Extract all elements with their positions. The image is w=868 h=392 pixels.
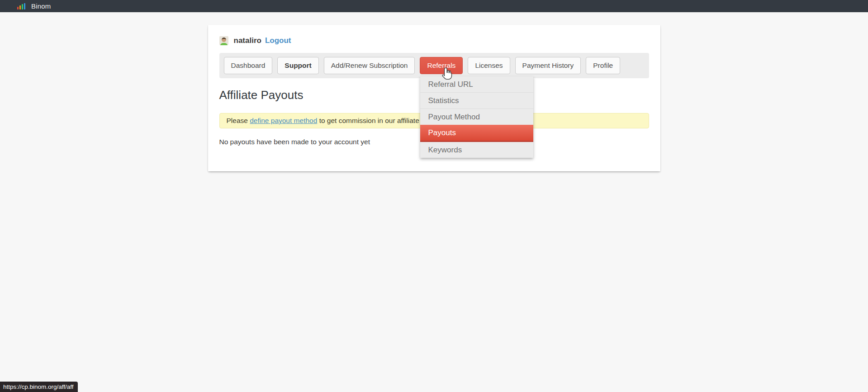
logout-link[interactable]: Logout bbox=[265, 36, 291, 45]
status-url-tooltip: https://cp.binom.org/aff/aff bbox=[0, 382, 78, 392]
bar-chart-icon bbox=[17, 3, 25, 9]
avatar-body bbox=[220, 43, 228, 45]
tab-payment-history[interactable]: Payment History bbox=[515, 57, 581, 74]
avatar-head bbox=[222, 38, 226, 42]
tab-add-renew-subscription[interactable]: Add/Renew Subscription bbox=[324, 57, 415, 74]
menu-item-statistics[interactable]: Statistics bbox=[420, 92, 533, 109]
menu-item-payout-method[interactable]: Payout Method bbox=[420, 109, 533, 125]
tab-profile[interactable]: Profile bbox=[586, 57, 620, 74]
tab-support[interactable]: Support bbox=[277, 57, 318, 74]
tab-licenses[interactable]: Licenses bbox=[468, 57, 510, 74]
logo-bar-green bbox=[22, 4, 23, 9]
logo-bar-orange bbox=[19, 5, 21, 9]
username: nataliro bbox=[234, 36, 261, 45]
brand-title: Binom bbox=[31, 2, 51, 10]
tab-referrals[interactable]: Referrals Referral URL Statistics Payout… bbox=[420, 57, 463, 74]
menu-item-payouts[interactable]: Payouts bbox=[420, 125, 533, 142]
nav-tabs-bar: Dashboard Support Add/Renew Subscription… bbox=[219, 53, 649, 78]
tab-dashboard[interactable]: Dashboard bbox=[224, 57, 273, 74]
define-payout-method-link[interactable]: define payout method bbox=[250, 117, 317, 124]
notice-prefix: Please bbox=[227, 117, 248, 124]
avatar bbox=[219, 36, 228, 45]
menu-item-keywords[interactable]: Keywords bbox=[420, 142, 533, 158]
tab-referrals-label: Referrals bbox=[427, 61, 455, 69]
logo-bar-red bbox=[17, 7, 19, 9]
topbar: Binom bbox=[0, 0, 868, 12]
menu-item-referral-url[interactable]: Referral URL bbox=[420, 76, 533, 92]
logo-bar-blue bbox=[24, 3, 25, 9]
main-card: nataliro Logout Dashboard Support Add/Re… bbox=[208, 25, 660, 171]
referrals-dropdown-menu: Referral URL Statistics Payout Method Pa… bbox=[420, 76, 533, 158]
user-row: nataliro Logout bbox=[219, 36, 649, 46]
